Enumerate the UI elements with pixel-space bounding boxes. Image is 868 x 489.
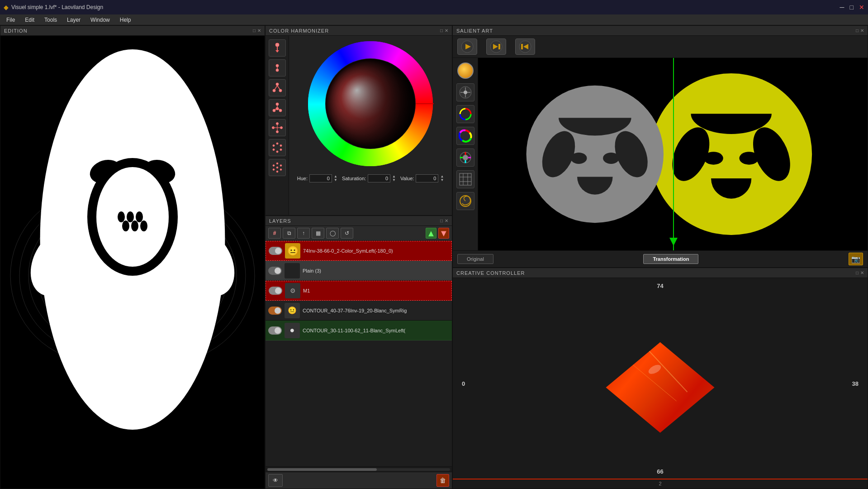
minimize-button[interactable]: ─ — [840, 4, 844, 11]
edition-controls[interactable]: □ ✕ — [253, 28, 261, 33]
salient-transformation-button[interactable]: Transformation — [643, 254, 698, 264]
edition-header: Edition □ ✕ — [0, 26, 265, 36]
harmonizer-main: Hue: ▲ ▼ Saturation: ▲ — [289, 36, 452, 215]
salient-tool-colorwheel[interactable] — [456, 127, 474, 145]
svg-point-29 — [273, 145, 275, 147]
menu-edit[interactable]: Edit — [20, 16, 39, 24]
layer-item[interactable]: 😐 CONTOUR_40-37-76Inv-19_20-Blanc_SymRig — [266, 301, 452, 321]
harmonizer-controls[interactable]: □ ✕ — [440, 28, 448, 33]
salient-camera-button[interactable]: 📷 — [849, 253, 863, 265]
layers-btn-merge[interactable]: ▦ — [312, 228, 324, 239]
titlebar-right[interactable]: ─ □ ✕ — [840, 4, 864, 11]
svg-line-9 — [275, 86, 277, 90]
svg-point-52 — [463, 155, 468, 160]
edition-maximize[interactable]: □ — [253, 28, 256, 33]
menu-layer[interactable]: Layer — [62, 16, 85, 24]
harm-tool-1[interactable] — [269, 39, 286, 57]
layer-item[interactable]: 😐 74Inv-38-66-0_2-Color_SymLeft(-180_0) — [266, 241, 452, 261]
layers-btn-copy[interactable]: ⧉ — [283, 228, 295, 239]
color-harmonizer-panel: Color Harmonizer □ ✕ — [265, 25, 452, 216]
layers-add-button[interactable]: ▲ — [426, 228, 436, 239]
salient-tool-color[interactable] — [456, 62, 474, 80]
salient-art-controls[interactable]: □ ✕ — [856, 28, 864, 33]
harmonizer-close[interactable]: ✕ — [445, 28, 448, 33]
layers-eye-btn[interactable]: 👁 — [268, 474, 283, 487]
layers-list: 😐 74Inv-38-66-0_2-Color_SymLeft(-180_0) … — [266, 241, 452, 466]
edition-close[interactable]: ✕ — [257, 28, 261, 33]
salient-original-button[interactable]: Original — [457, 254, 493, 264]
layer-item[interactable]: ⚙ M1 — [266, 281, 452, 301]
layers-close[interactable]: ✕ — [445, 218, 448, 223]
salient-tool-palette[interactable] — [456, 105, 474, 123]
layer-item[interactable]: ● CONTOUR_30-11-100-62_11-Blanc_SymLeft( — [266, 321, 452, 340]
hue-down[interactable]: ▼ — [334, 178, 337, 182]
saturation-spinner[interactable]: ▲ ▼ — [392, 175, 396, 182]
hue-input[interactable] — [309, 174, 332, 182]
value-spinner[interactable]: ▲ ▼ — [440, 175, 444, 182]
layer-toggle-4[interactable] — [268, 307, 282, 315]
menu-help[interactable]: Help — [115, 16, 136, 24]
color-wheel-container[interactable] — [307, 40, 434, 167]
value-input[interactable] — [416, 174, 438, 182]
hue-field: Hue: ▲ ▼ — [297, 174, 337, 182]
layers-trash-button[interactable]: 🗑 — [436, 474, 449, 487]
layer-item[interactable]: Plain (3) — [266, 261, 452, 281]
salient-tool-multicolor[interactable] — [456, 149, 474, 167]
saturation-down[interactable]: ▼ — [392, 178, 396, 182]
salient-canvas[interactable] — [478, 58, 868, 250]
edition-art-canvas — [0, 36, 265, 489]
layer-toggle-5[interactable] — [268, 326, 282, 335]
layers-btn-circle[interactable]: ◯ — [326, 228, 339, 239]
salient-tool-compass[interactable] — [456, 83, 474, 101]
salient-btn-play[interactable] — [457, 38, 477, 55]
layer-toggle-1[interactable] — [269, 247, 282, 255]
layers-btn-hash[interactable]: # — [268, 228, 281, 239]
layers-btn-up[interactable]: ↑ — [297, 228, 310, 239]
maximize-button[interactable]: □ — [850, 4, 854, 11]
salient-art-maximize[interactable]: □ — [856, 28, 859, 33]
harm-tool-5[interactable] — [269, 119, 286, 136]
layers-delete-button[interactable]: ▼ — [438, 228, 449, 239]
harm-tool-6[interactable] — [269, 139, 286, 156]
svg-point-18 — [276, 123, 278, 125]
layer-icon-4: 😐 — [285, 303, 300, 318]
layer-name-5: CONTOUR_30-11-100-62_11-Blanc_SymLeft( — [303, 328, 449, 333]
svg-point-25 — [280, 145, 282, 147]
layers-controls[interactable]: □ ✕ — [440, 218, 448, 223]
layers-header: Layers □ ✕ — [266, 216, 452, 226]
harm-tool-3[interactable] — [269, 79, 286, 96]
svg-point-48 — [464, 91, 467, 94]
diamond-canvas[interactable] — [453, 278, 868, 489]
creative-controller-controls[interactable]: □ ✕ — [856, 270, 864, 275]
harmonizer-maximize[interactable]: □ — [440, 28, 443, 33]
layers-maximize[interactable]: □ — [440, 218, 443, 223]
menu-file[interactable]: File — [2, 16, 19, 24]
red-line — [453, 479, 868, 479]
layers-scrollbar-thumb[interactable] — [267, 468, 377, 471]
harm-tool-4[interactable] — [269, 99, 286, 116]
layer-toggle-2[interactable] — [268, 267, 282, 275]
layers-btn-reset[interactable]: ↺ — [341, 228, 353, 239]
harmonizer-body: Hue: ▲ ▼ Saturation: ▲ — [266, 36, 452, 215]
saturation-input[interactable] — [368, 174, 390, 182]
creative-controller-maximize[interactable]: □ — [856, 270, 859, 275]
salient-tool-grid[interactable] — [456, 170, 474, 188]
layers-panel: Layers □ ✕ # ⧉ ↑ ▦ ◯ ↺ ▲ ▼ — [265, 216, 452, 489]
color-wheel-canvas[interactable] — [307, 40, 434, 167]
close-button[interactable]: ✕ — [859, 4, 864, 11]
hsv-controls: Hue: ▲ ▼ Saturation: ▲ — [297, 174, 444, 182]
salient-tool-spiral[interactable] — [456, 192, 474, 210]
creative-controller-close[interactable]: ✕ — [860, 270, 864, 275]
salient-btn-back[interactable] — [515, 38, 535, 55]
harm-tool-7[interactable] — [269, 159, 286, 176]
salient-art-close[interactable]: ✕ — [860, 28, 864, 33]
layers-scrollbar-track[interactable] — [267, 468, 450, 471]
value-down[interactable]: ▼ — [440, 178, 444, 182]
harm-tool-2[interactable] — [269, 59, 286, 77]
hue-spinner[interactable]: ▲ ▼ — [334, 175, 337, 182]
layer-toggle-3[interactable] — [269, 287, 282, 295]
salient-btn-step[interactable] — [486, 38, 506, 55]
menu-window[interactable]: Window — [86, 16, 114, 24]
menu-tools[interactable]: Tools — [40, 16, 62, 24]
hue-label: Hue: — [297, 176, 308, 181]
